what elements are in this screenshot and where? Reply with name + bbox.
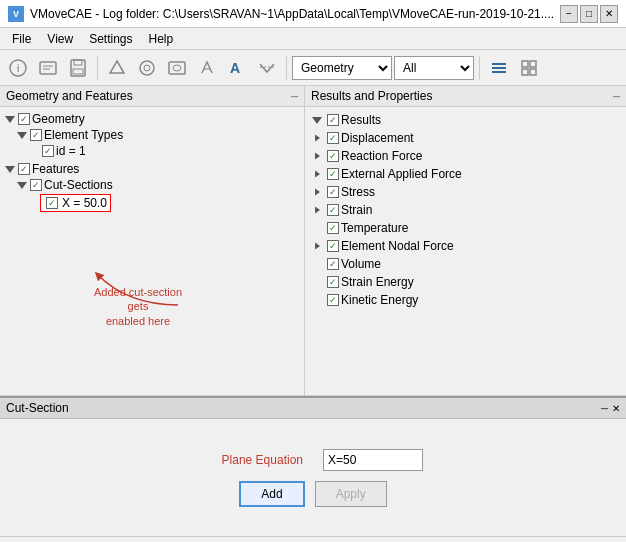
maximize-button[interactable]: □ xyxy=(580,5,598,23)
expand-strain[interactable] xyxy=(309,202,325,218)
apply-button: Apply xyxy=(315,481,387,507)
annotation-container: Added cut-section getsenabled here xyxy=(68,255,188,318)
menu-help[interactable]: Help xyxy=(141,30,182,48)
svg-point-10 xyxy=(144,65,150,71)
left-panel-minimize[interactable]: ─ xyxy=(291,91,298,102)
checkbox-stress[interactable] xyxy=(327,186,339,198)
toolbar-btn-2[interactable] xyxy=(34,54,62,82)
toolbar-btn-5[interactable] xyxy=(133,54,161,82)
right-panel-title: Results and Properties xyxy=(311,89,432,103)
menu-bar: File View Settings Help xyxy=(0,28,626,50)
title-bar: V VMoveCAE - Log folder: C:\Users\SRAVAN… xyxy=(0,0,626,28)
expand-results[interactable] xyxy=(309,112,325,128)
tree-item-features[interactable]: Features xyxy=(4,161,300,177)
tree-item-element-types[interactable]: Element Types xyxy=(4,127,300,143)
checkbox-x50[interactable] xyxy=(46,197,58,209)
right-panel: Results and Properties ─ Results Displac… xyxy=(305,86,626,395)
left-panel-controls: ─ xyxy=(291,91,298,102)
cut-section-minimize[interactable]: ─ xyxy=(601,403,608,414)
svg-rect-7 xyxy=(73,69,83,74)
minimize-button[interactable]: − xyxy=(560,5,578,23)
expand-reaction-force[interactable] xyxy=(309,148,325,164)
result-item-temperature[interactable]: Temperature xyxy=(309,219,622,237)
checkbox-volume[interactable] xyxy=(327,258,339,270)
result-item-strain-energy[interactable]: Strain Energy xyxy=(309,273,622,291)
toolbar-btn-1[interactable]: i xyxy=(4,54,32,82)
toolbar-btn-9[interactable] xyxy=(253,54,281,82)
toolbar-btn-8[interactable]: A xyxy=(223,54,251,82)
svg-rect-2 xyxy=(40,62,56,74)
toolbar-btn-4[interactable] xyxy=(103,54,131,82)
label-temperature: Temperature xyxy=(341,221,408,235)
app-icon: V xyxy=(8,6,24,22)
filter-dropdown[interactable]: All xyxy=(394,56,474,80)
geometry-dropdown[interactable]: Geometry All xyxy=(292,56,392,80)
checkbox-temperature[interactable] xyxy=(327,222,339,234)
result-item-kinetic-energy[interactable]: Kinetic Energy xyxy=(309,291,622,309)
close-button[interactable]: ✕ xyxy=(600,5,618,23)
checkbox-results[interactable] xyxy=(327,114,339,126)
result-item-displacement[interactable]: Displacement xyxy=(309,129,622,147)
left-panel-title: Geometry and Features xyxy=(6,89,133,103)
expand-cut-sections[interactable] xyxy=(16,179,28,191)
expand-stress[interactable] xyxy=(309,184,325,200)
tree-item-geometry[interactable]: Geometry xyxy=(4,111,300,127)
checkbox-reaction-force[interactable] xyxy=(327,150,339,162)
toolbar-btn-6[interactable] xyxy=(163,54,191,82)
svg-rect-21 xyxy=(522,69,528,75)
toolbar-btn-7[interactable] xyxy=(193,54,221,82)
expand-displacement[interactable] xyxy=(309,130,325,146)
checkbox-geometry[interactable] xyxy=(18,113,30,125)
expand-element-types[interactable] xyxy=(16,129,28,141)
expand-features[interactable] xyxy=(4,163,16,175)
label-element-types: Element Types xyxy=(44,128,123,142)
cut-section-close[interactable]: ✕ xyxy=(612,403,620,414)
checkbox-element-nodal-force[interactable] xyxy=(327,240,339,252)
result-item-strain[interactable]: Strain xyxy=(309,201,622,219)
expand-geometry[interactable] xyxy=(4,113,16,125)
tree-item-cut-sections[interactable]: Cut-Sections xyxy=(4,177,300,193)
result-item-element-nodal-force[interactable]: Element Nodal Force xyxy=(309,237,622,255)
menu-view[interactable]: View xyxy=(39,30,81,48)
plane-equation-input[interactable] xyxy=(323,449,423,471)
cut-section-header: Cut-Section ─ ✕ xyxy=(0,398,626,419)
svg-rect-22 xyxy=(530,69,536,75)
result-item-ext-applied-force[interactable]: External Applied Force xyxy=(309,165,622,183)
cut-section-title: Cut-Section xyxy=(6,401,69,415)
checkbox-strain[interactable] xyxy=(327,204,339,216)
tree-item-x50[interactable]: X = 50.0 xyxy=(4,193,300,213)
right-panel-minimize[interactable]: ─ xyxy=(613,91,620,102)
toolbar-btn-list[interactable] xyxy=(485,54,513,82)
toolbar-btn-save[interactable] xyxy=(64,54,92,82)
add-button[interactable]: Add xyxy=(239,481,304,507)
plane-equation-label: Plane Equation xyxy=(203,453,303,467)
result-item-results[interactable]: Results xyxy=(309,111,622,129)
expand-ext-applied-force[interactable] xyxy=(309,166,325,182)
checkbox-cut-sections[interactable] xyxy=(30,179,42,191)
checkbox-id1[interactable] xyxy=(42,145,54,157)
right-panel-controls: ─ xyxy=(613,91,620,102)
checkbox-features[interactable] xyxy=(18,163,30,175)
label-displacement: Displacement xyxy=(341,131,414,145)
title-controls: − □ ✕ xyxy=(560,5,618,23)
expand-element-nodal-force[interactable] xyxy=(309,238,325,254)
checkbox-kinetic-energy[interactable] xyxy=(327,294,339,306)
tree-item-id1[interactable]: id = 1 xyxy=(4,143,300,159)
checkbox-element-types[interactable] xyxy=(30,129,42,141)
menu-file[interactable]: File xyxy=(4,30,39,48)
toolbar-btn-grid[interactable] xyxy=(515,54,543,82)
label-reaction-force: Reaction Force xyxy=(341,149,422,163)
result-item-volume[interactable]: Volume xyxy=(309,255,622,273)
svg-rect-19 xyxy=(522,61,528,67)
checkbox-ext-applied-force[interactable] xyxy=(327,168,339,180)
expand-kinetic-energy xyxy=(309,292,325,308)
title-bar-left: V VMoveCAE - Log folder: C:\Users\SRAVAN… xyxy=(8,6,554,22)
checkbox-displacement[interactable] xyxy=(327,132,339,144)
toolbar-separator-3 xyxy=(479,56,480,80)
checkbox-strain-energy[interactable] xyxy=(327,276,339,288)
label-stress: Stress xyxy=(341,185,375,199)
result-item-stress[interactable]: Stress xyxy=(309,183,622,201)
result-item-reaction-force[interactable]: Reaction Force xyxy=(309,147,622,165)
cut-section-controls: ─ ✕ xyxy=(601,403,620,414)
menu-settings[interactable]: Settings xyxy=(81,30,140,48)
